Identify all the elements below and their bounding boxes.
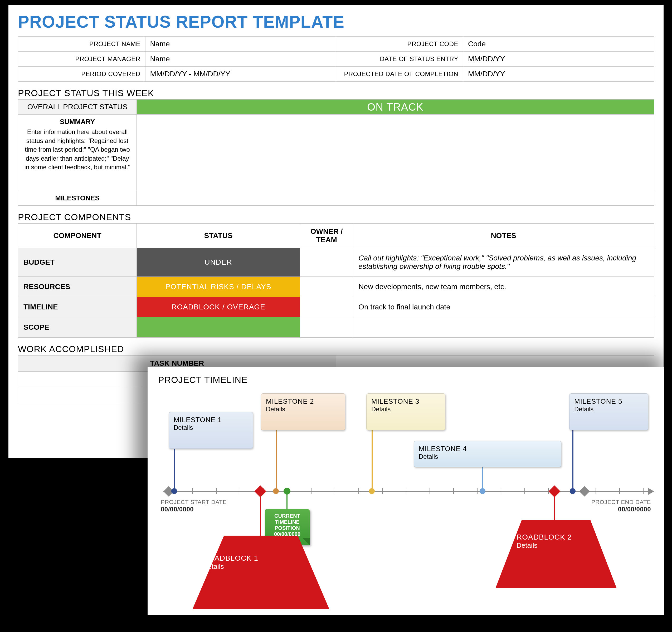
end-date-label: PROJECT END DATE 00/00/0000 — [591, 499, 651, 513]
row-budget-label: BUDGET — [18, 248, 137, 277]
milestone-3-stem — [371, 430, 373, 491]
summary-value[interactable] — [137, 115, 654, 191]
arrow-right-icon — [648, 488, 654, 495]
row-budget-owner[interactable] — [300, 248, 353, 277]
current-l1: CURRENT — [274, 513, 300, 519]
label-project-code: PROJECT CODE — [336, 36, 463, 52]
milestone-2-stem — [275, 430, 277, 491]
milestone-3-detail: Details — [371, 406, 390, 413]
svg-marker-0 — [192, 536, 330, 609]
row-resources-owner[interactable] — [300, 277, 353, 297]
milestone-2-box: MILESTONE 2 Details — [261, 394, 345, 430]
value-project-code[interactable]: Code — [463, 36, 654, 52]
svg-marker-1 — [496, 520, 617, 588]
milestone-1-detail: Details — [174, 424, 193, 431]
roadblock-1-stem — [260, 491, 261, 539]
value-period-covered[interactable]: MM/DD/YY - MM/DD/YY — [145, 67, 336, 82]
row-resources-label: RESOURCES — [18, 277, 137, 297]
value-project-name[interactable]: Name — [145, 36, 336, 52]
label-project-manager: PROJECT MANAGER — [18, 52, 145, 67]
row-timeline-owner[interactable] — [300, 297, 353, 317]
row-budget-status: UNDER — [137, 248, 300, 277]
milestone-1-box: MILESTONE 1 Details — [169, 412, 253, 449]
row-timeline-status: ROADBLOCK / OVERAGE — [137, 297, 300, 317]
row-scope-label: SCOPE — [18, 317, 137, 337]
project-header-table: PROJECT NAME Name PROJECT CODE Code PROJ… — [18, 36, 654, 82]
milestone-3-marker — [369, 488, 375, 494]
roadblock-1-box: ROADBLOCK 1 Details — [192, 536, 330, 609]
roadblock-2-detail: Details — [517, 541, 537, 549]
row-resources-status: POTENTIAL RISKS / DELAYS — [137, 277, 300, 297]
row-timeline-notes[interactable]: On track to final launch date — [353, 297, 654, 317]
row-budget-notes[interactable]: Call out highlights: "Exceptional work,"… — [353, 248, 654, 277]
start-date-value: 00/00/0000 — [161, 506, 226, 513]
table-row: MILESTONES — [18, 191, 654, 206]
col-owner: OWNER / TEAM — [300, 224, 353, 248]
end-date-title: PROJECT END DATE — [591, 499, 651, 506]
table-row: SCOPE — [18, 317, 654, 337]
milestone-5-title: MILESTONE 5 — [574, 397, 643, 406]
summary-body: Enter information here about overall sta… — [24, 128, 130, 171]
roadblock-1-detail: Details — [203, 562, 224, 571]
milestone-5-detail: Details — [574, 406, 594, 413]
milestone-4-stem — [482, 467, 483, 491]
milestone-1-marker — [171, 488, 177, 494]
page-title: PROJECT STATUS REPORT TEMPLATE — [18, 12, 654, 32]
components-table: COMPONENT STATUS OWNER / TEAM NOTES BUDG… — [18, 223, 654, 337]
col-notes: NOTES — [353, 224, 654, 248]
milestone-2-marker — [273, 488, 279, 494]
overall-status-label: OVERALL PROJECT STATUS — [18, 100, 137, 115]
row-timeline-label: TIMELINE — [18, 297, 137, 317]
section-status-week: PROJECT STATUS THIS WEEK — [18, 88, 654, 98]
start-date-label: PROJECT START DATE 00/00/0000 — [161, 499, 226, 513]
milestone-2-title: MILESTONE 2 — [266, 397, 340, 406]
table-row: COMPONENT STATUS OWNER / TEAM NOTES — [18, 224, 654, 248]
end-date-value: 00/00/0000 — [591, 506, 651, 513]
roadblock-2-title: ROADBLOCK 2 — [517, 533, 572, 541]
table-row: PERIOD COVERED MM/DD/YY - MM/DD/YY PROJE… — [18, 67, 654, 82]
milestone-4-box: MILESTONE 4 Details — [414, 441, 561, 467]
milestone-3-title: MILESTONE 3 — [371, 397, 440, 406]
milestone-4-detail: Details — [419, 453, 438, 460]
roadblock-2-box: ROADBLOCK 2 Details — [496, 520, 617, 588]
roadblock-2-stem — [554, 491, 555, 523]
timeline-area: MILESTONE 1 Details MILESTONE 2 Details … — [158, 388, 653, 615]
label-project-name: PROJECT NAME — [18, 36, 145, 52]
milestone-1-title: MILESTONE 1 — [174, 416, 248, 424]
current-l2: TIMELINE — [275, 519, 299, 525]
section-work: WORK ACCOMPLISHED — [18, 344, 654, 354]
table-row: RESOURCES POTENTIAL RISKS / DELAYS New d… — [18, 277, 654, 297]
value-project-manager[interactable]: Name — [145, 52, 336, 67]
status-week-table: OVERALL PROJECT STATUS ON TRACK SUMMARY … — [18, 99, 654, 206]
col-component: COMPONENT — [18, 224, 137, 248]
table-row: PROJECT MANAGER Name DATE OF STATUS ENTR… — [18, 52, 654, 67]
row-scope-owner[interactable] — [300, 317, 353, 337]
end-marker-icon — [579, 486, 590, 497]
milestone-5-stem — [572, 430, 573, 491]
row-scope-status — [137, 317, 300, 337]
current-position-stem — [286, 491, 288, 510]
start-date-title: PROJECT START DATE — [161, 499, 226, 506]
roadblock-1-title: ROADBLOCK 1 — [203, 554, 258, 562]
milestone-5-box: MILESTONE 5 Details — [569, 394, 648, 430]
table-row: OVERALL PROJECT STATUS ON TRACK — [18, 100, 654, 115]
col-status: STATUS — [137, 224, 300, 248]
value-status-entry[interactable]: MM/DD/YY — [463, 52, 654, 67]
table-row: TIMELINE ROADBLOCK / OVERAGE On track to… — [18, 297, 654, 317]
label-completion-date: PROJECTED DATE OF COMPLETION — [336, 67, 463, 82]
table-row: SUMMARY Enter information here about ove… — [18, 115, 654, 191]
row-scope-notes[interactable] — [353, 317, 654, 337]
label-status-entry: DATE OF STATUS ENTRY — [336, 52, 463, 67]
milestones-value[interactable] — [137, 191, 654, 206]
summary-cell: SUMMARY Enter information here about ove… — [18, 115, 137, 191]
timeline-title: PROJECT TIMELINE — [158, 375, 653, 385]
current-l3: POSITION — [274, 525, 300, 531]
milestone-4-marker — [480, 488, 485, 494]
label-period-covered: PERIOD COVERED — [18, 67, 145, 82]
table-row: PROJECT NAME Name PROJECT CODE Code — [18, 36, 654, 52]
row-resources-notes[interactable]: New developments, new team members, etc. — [353, 277, 654, 297]
table-row: BUDGET UNDER Call out highlights: "Excep… — [18, 248, 654, 277]
milestones-label: MILESTONES — [18, 191, 137, 206]
milestone-4-title: MILESTONE 4 — [419, 445, 556, 453]
value-completion-date[interactable]: MM/DD/YY — [463, 67, 654, 82]
